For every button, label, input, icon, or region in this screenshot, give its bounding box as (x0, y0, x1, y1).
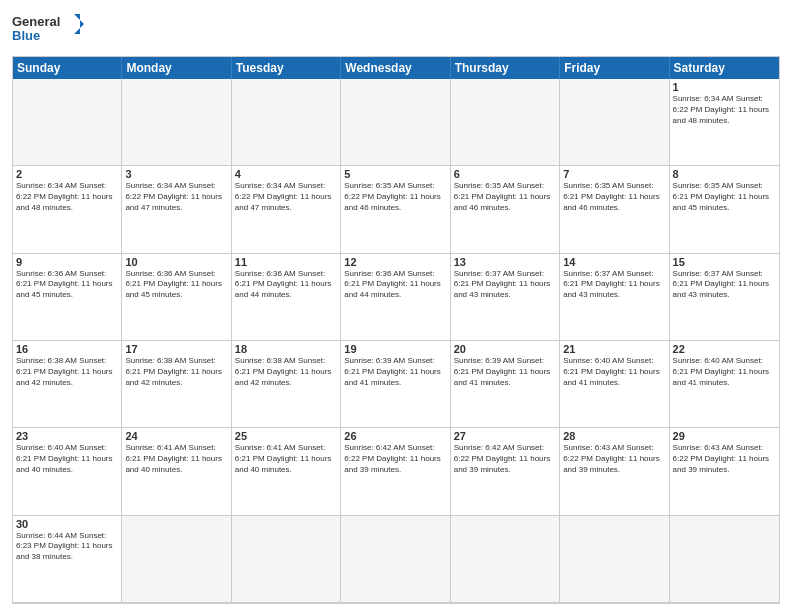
day-number: 29 (673, 430, 776, 442)
day-header-wednesday: Wednesday (341, 57, 450, 79)
day-header-sunday: Sunday (13, 57, 122, 79)
day-info: Sunrise: 6:39 AM Sunset: 6:21 PM Dayligh… (344, 356, 446, 388)
day-number: 10 (125, 256, 227, 268)
day-info: Sunrise: 6:43 AM Sunset: 6:22 PM Dayligh… (673, 443, 776, 475)
day-info: Sunrise: 6:35 AM Sunset: 6:21 PM Dayligh… (673, 181, 776, 213)
cal-cell: 8Sunrise: 6:35 AM Sunset: 6:21 PM Daylig… (670, 166, 779, 253)
cal-cell: 29Sunrise: 6:43 AM Sunset: 6:22 PM Dayli… (670, 428, 779, 515)
day-number: 30 (16, 518, 118, 530)
cal-cell: 23Sunrise: 6:40 AM Sunset: 6:21 PM Dayli… (13, 428, 122, 515)
day-number: 27 (454, 430, 556, 442)
cal-cell: 24Sunrise: 6:41 AM Sunset: 6:21 PM Dayli… (122, 428, 231, 515)
day-number: 14 (563, 256, 665, 268)
cal-cell: 18Sunrise: 6:38 AM Sunset: 6:21 PM Dayli… (232, 341, 341, 428)
day-info: Sunrise: 6:35 AM Sunset: 6:21 PM Dayligh… (563, 181, 665, 213)
cal-cell: 3Sunrise: 6:34 AM Sunset: 6:22 PM Daylig… (122, 166, 231, 253)
day-number: 4 (235, 168, 337, 180)
day-info: Sunrise: 6:40 AM Sunset: 6:21 PM Dayligh… (673, 356, 776, 388)
cal-cell: 22Sunrise: 6:40 AM Sunset: 6:21 PM Dayli… (670, 341, 779, 428)
cal-cell: 5Sunrise: 6:35 AM Sunset: 6:22 PM Daylig… (341, 166, 450, 253)
day-number: 19 (344, 343, 446, 355)
day-number: 17 (125, 343, 227, 355)
cal-cell: 7Sunrise: 6:35 AM Sunset: 6:21 PM Daylig… (560, 166, 669, 253)
cal-cell: 21Sunrise: 6:40 AM Sunset: 6:21 PM Dayli… (560, 341, 669, 428)
cal-cell (122, 516, 231, 603)
day-info: Sunrise: 6:36 AM Sunset: 6:21 PM Dayligh… (235, 269, 337, 301)
day-info: Sunrise: 6:34 AM Sunset: 6:22 PM Dayligh… (235, 181, 337, 213)
calendar-body: 1Sunrise: 6:34 AM Sunset: 6:22 PM Daylig… (13, 79, 779, 603)
cal-cell: 11Sunrise: 6:36 AM Sunset: 6:21 PM Dayli… (232, 254, 341, 341)
day-info: Sunrise: 6:37 AM Sunset: 6:21 PM Dayligh… (673, 269, 776, 301)
logo: General Blue (12, 10, 92, 50)
day-info: Sunrise: 6:38 AM Sunset: 6:21 PM Dayligh… (235, 356, 337, 388)
cal-cell: 17Sunrise: 6:38 AM Sunset: 6:21 PM Dayli… (122, 341, 231, 428)
cal-cell (670, 516, 779, 603)
day-header-monday: Monday (122, 57, 231, 79)
day-number: 7 (563, 168, 665, 180)
day-number: 24 (125, 430, 227, 442)
cal-cell (560, 516, 669, 603)
day-info: Sunrise: 6:40 AM Sunset: 6:21 PM Dayligh… (16, 443, 118, 475)
day-info: Sunrise: 6:36 AM Sunset: 6:21 PM Dayligh… (125, 269, 227, 301)
day-info: Sunrise: 6:34 AM Sunset: 6:22 PM Dayligh… (125, 181, 227, 213)
cal-cell: 1Sunrise: 6:34 AM Sunset: 6:22 PM Daylig… (670, 79, 779, 166)
day-number: 16 (16, 343, 118, 355)
calendar-header: SundayMondayTuesdayWednesdayThursdayFrid… (13, 57, 779, 79)
cal-cell: 12Sunrise: 6:36 AM Sunset: 6:21 PM Dayli… (341, 254, 450, 341)
day-number: 3 (125, 168, 227, 180)
day-info: Sunrise: 6:38 AM Sunset: 6:21 PM Dayligh… (125, 356, 227, 388)
day-number: 22 (673, 343, 776, 355)
day-number: 9 (16, 256, 118, 268)
day-header-thursday: Thursday (451, 57, 560, 79)
day-info: Sunrise: 6:35 AM Sunset: 6:21 PM Dayligh… (454, 181, 556, 213)
day-info: Sunrise: 6:36 AM Sunset: 6:21 PM Dayligh… (16, 269, 118, 301)
day-number: 1 (673, 81, 776, 93)
cal-cell: 15Sunrise: 6:37 AM Sunset: 6:21 PM Dayli… (670, 254, 779, 341)
cal-cell (451, 79, 560, 166)
day-number: 28 (563, 430, 665, 442)
day-info: Sunrise: 6:34 AM Sunset: 6:22 PM Dayligh… (673, 94, 776, 126)
day-number: 6 (454, 168, 556, 180)
day-number: 11 (235, 256, 337, 268)
cal-cell: 14Sunrise: 6:37 AM Sunset: 6:21 PM Dayli… (560, 254, 669, 341)
cal-cell: 13Sunrise: 6:37 AM Sunset: 6:21 PM Dayli… (451, 254, 560, 341)
day-info: Sunrise: 6:40 AM Sunset: 6:21 PM Dayligh… (563, 356, 665, 388)
day-info: Sunrise: 6:39 AM Sunset: 6:21 PM Dayligh… (454, 356, 556, 388)
svg-text:Blue: Blue (12, 28, 40, 43)
cal-cell (232, 79, 341, 166)
day-info: Sunrise: 6:41 AM Sunset: 6:21 PM Dayligh… (235, 443, 337, 475)
day-info: Sunrise: 6:37 AM Sunset: 6:21 PM Dayligh… (563, 269, 665, 301)
cal-cell: 4Sunrise: 6:34 AM Sunset: 6:22 PM Daylig… (232, 166, 341, 253)
day-number: 21 (563, 343, 665, 355)
cal-cell: 26Sunrise: 6:42 AM Sunset: 6:22 PM Dayli… (341, 428, 450, 515)
day-number: 2 (16, 168, 118, 180)
logo-svg: General Blue (12, 10, 92, 50)
day-number: 18 (235, 343, 337, 355)
day-header-tuesday: Tuesday (232, 57, 341, 79)
day-header-saturday: Saturday (670, 57, 779, 79)
day-number: 23 (16, 430, 118, 442)
day-info: Sunrise: 6:36 AM Sunset: 6:21 PM Dayligh… (344, 269, 446, 301)
cal-cell: 25Sunrise: 6:41 AM Sunset: 6:21 PM Dayli… (232, 428, 341, 515)
cal-cell: 16Sunrise: 6:38 AM Sunset: 6:21 PM Dayli… (13, 341, 122, 428)
day-number: 12 (344, 256, 446, 268)
day-header-friday: Friday (560, 57, 669, 79)
day-number: 5 (344, 168, 446, 180)
page-header: General Blue (12, 10, 780, 50)
day-info: Sunrise: 6:42 AM Sunset: 6:22 PM Dayligh… (344, 443, 446, 475)
day-info: Sunrise: 6:41 AM Sunset: 6:21 PM Dayligh… (125, 443, 227, 475)
cal-cell (13, 79, 122, 166)
cal-cell: 20Sunrise: 6:39 AM Sunset: 6:21 PM Dayli… (451, 341, 560, 428)
cal-cell (341, 516, 450, 603)
cal-cell: 30Sunrise: 6:44 AM Sunset: 6:23 PM Dayli… (13, 516, 122, 603)
day-info: Sunrise: 6:44 AM Sunset: 6:23 PM Dayligh… (16, 531, 118, 563)
day-number: 8 (673, 168, 776, 180)
cal-cell (341, 79, 450, 166)
cal-cell (122, 79, 231, 166)
day-info: Sunrise: 6:42 AM Sunset: 6:22 PM Dayligh… (454, 443, 556, 475)
day-info: Sunrise: 6:37 AM Sunset: 6:21 PM Dayligh… (454, 269, 556, 301)
day-number: 13 (454, 256, 556, 268)
day-info: Sunrise: 6:43 AM Sunset: 6:22 PM Dayligh… (563, 443, 665, 475)
day-info: Sunrise: 6:35 AM Sunset: 6:22 PM Dayligh… (344, 181, 446, 213)
calendar: SundayMondayTuesdayWednesdayThursdayFrid… (12, 56, 780, 604)
